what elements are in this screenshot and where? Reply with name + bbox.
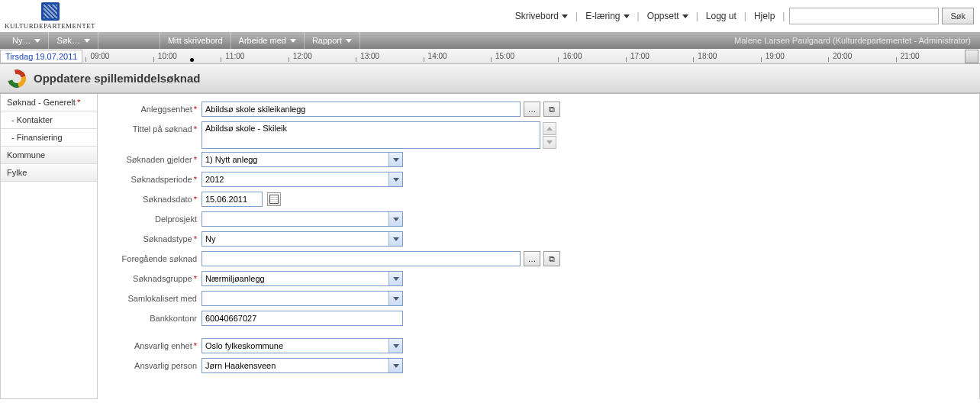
nav-elaering[interactable]: E-læring [582,8,632,24]
chevron-down-icon [393,218,399,221]
nav-hjelp[interactable]: Hjelp [751,8,778,24]
sidebar-item-label: - Finansiering [11,133,63,142]
bankkontonr-input[interactable] [201,311,403,326]
search-input[interactable] [789,8,939,24]
delprosjekt-select[interactable] [201,211,403,227]
nav-skrivebord-label: Skrivebord [515,11,559,21]
dropdown-button[interactable] [388,359,402,372]
chevron-down-icon [393,277,399,281]
sidebar-item-label: Fylke [7,168,27,177]
form-area: Anleggsenhet* … ⧉ Tittel på søknad* Søkn… [98,94,980,399]
ansvarlig-person-select[interactable] [201,358,403,373]
calendar-icon[interactable] [267,192,281,206]
dropdown-button[interactable] [388,172,402,186]
nav-skrivebord[interactable]: Skrivebord [512,8,571,24]
crest-icon [41,2,60,21]
tittel-textarea[interactable] [201,121,540,149]
label-soknadsperiode: Søknadsperiode* [110,172,201,184]
global-search: Søk [789,8,974,24]
page-title-bar: Oppdatere spillemiddelsøknad [0,64,980,93]
label-samlokalisert: Samlokalisert med [110,291,201,303]
anleggsenhet-tree-button[interactable]: ⧉ [543,102,560,117]
soknaden-gjelder-select[interactable] [201,152,403,167]
dropdown-button[interactable] [388,292,402,305]
timeline-hour: 13:00 [356,49,423,63]
sidebar-item-label: Kommune [7,150,45,160]
label-soknadstype: Søknadstype* [110,231,201,243]
timeline: Tirsdag 19.07.2011 09:0010:0011:0012:001… [0,49,980,64]
chevron-down-icon [393,297,399,301]
soknadsperiode-select[interactable] [201,172,403,187]
nav-loggut[interactable]: Logg ut [703,8,740,24]
timeline-hour: 14:00 [424,49,491,63]
textarea-scroll-up[interactable] [543,122,556,135]
sidebar-item-kommune[interactable]: Kommune [1,147,97,164]
timeline-hour: 10:00 [153,49,221,63]
chevron-down-icon [393,237,399,241]
org-logo: KULTURDEPARTEMENTET [6,2,94,30]
chevron-down-icon [84,39,90,43]
nav-hjelp-label: Hjelp [754,11,775,21]
chevron-up-icon [546,127,553,131]
menu-ny[interactable]: Ny… [5,32,49,49]
dropdown-button[interactable] [388,153,402,166]
samlokalisert-select[interactable] [201,291,403,306]
dropdown-button[interactable] [388,339,402,353]
sidebar-item-label: - Kontakter [11,115,53,124]
menu-sok-label: Søk… [56,36,80,45]
timeline-hour: 15:00 [491,49,558,63]
timeline-hour: 11:00 [221,49,288,63]
label-soknaden-gjelder: Søknaden gjelder* [110,152,201,164]
chevron-down-icon [290,39,296,43]
chevron-down-icon [562,15,568,18]
sidebar-item-fylke[interactable]: Fylke [1,164,97,182]
timeline-hour: 16:00 [558,49,625,63]
timeline-hour: 18:00 [693,49,760,63]
menu-rapport[interactable]: Rapport [305,32,360,49]
top-bar: KULTURDEPARTEMENTET Skrivebord | E-lærin… [0,0,980,32]
org-name: KULTURDEPARTEMENTET [5,22,95,30]
timeline-date[interactable]: Tirsdag 19.07.2011 [0,50,82,63]
page-title: Oppdatere spillemiddelsøknad [34,72,200,85]
foregaende-soknad-input[interactable] [201,251,521,266]
required-icon: * [77,98,80,107]
menu-arbeide-med[interactable]: Arbeide med [231,32,305,49]
menu-bar: Ny… Søk… Mitt skrivebord Arbeide med Rap… [0,32,980,49]
label-soknadsdato: Søknadsdato* [110,192,201,204]
menu-sok[interactable]: Søk… [49,32,98,49]
sidebar-item-finansiering[interactable]: - Finansiering [1,129,97,147]
ansvarlig-enhet-select[interactable] [201,338,403,353]
sidebar-item-kontakter[interactable]: - Kontakter [1,111,97,129]
menu-mitt-skrivebord[interactable]: Mitt skrivebord [160,32,231,49]
dropdown-button[interactable] [388,272,402,285]
timeline-now-indicator [190,58,194,62]
menu-rapport-label: Rapport [312,36,342,45]
menu-mitt-skrivebord-label: Mitt skrivebord [168,36,223,45]
dropdown-button[interactable] [388,212,402,226]
dropdown-button[interactable] [388,232,402,246]
top-nav: Skrivebord | E-læring | Oppsett | Logg u… [512,8,974,24]
search-button[interactable]: Søk [942,8,974,24]
sidebar-item-soknad-generelt[interactable]: Søknad - Generelt* [1,94,97,111]
content-area: Søknad - Generelt* - Kontakter - Finansi… [0,93,980,399]
nav-oppsett-label: Oppsett [647,11,679,21]
nav-oppsett[interactable]: Oppsett [644,8,691,24]
timeline-hour: 09:00 [85,49,153,63]
anleggsenhet-lookup-button[interactable]: … [524,102,540,117]
soknadsgruppe-select[interactable] [201,271,403,286]
chevron-down-icon [624,15,630,18]
soknadsdato-input[interactable] [201,192,263,207]
foregaende-lookup-button[interactable]: … [524,251,540,266]
chevron-down-icon [546,140,553,144]
textarea-scroll-down[interactable] [543,136,556,149]
nav-loggut-label: Logg ut [706,11,737,21]
foregaende-tree-button[interactable]: ⧉ [543,251,560,266]
soknadstype-select[interactable] [201,231,403,247]
hierarchy-icon: ⧉ [549,105,555,114]
timeline-hour: 19:00 [761,49,828,63]
anleggsenhet-input[interactable] [201,102,521,117]
timeline-expand-button[interactable] [965,50,978,63]
menu-arbeide-med-label: Arbeide med [239,36,286,45]
timeline-hour: 17:00 [626,49,693,63]
sidebar: Søknad - Generelt* - Kontakter - Finansi… [0,94,98,399]
